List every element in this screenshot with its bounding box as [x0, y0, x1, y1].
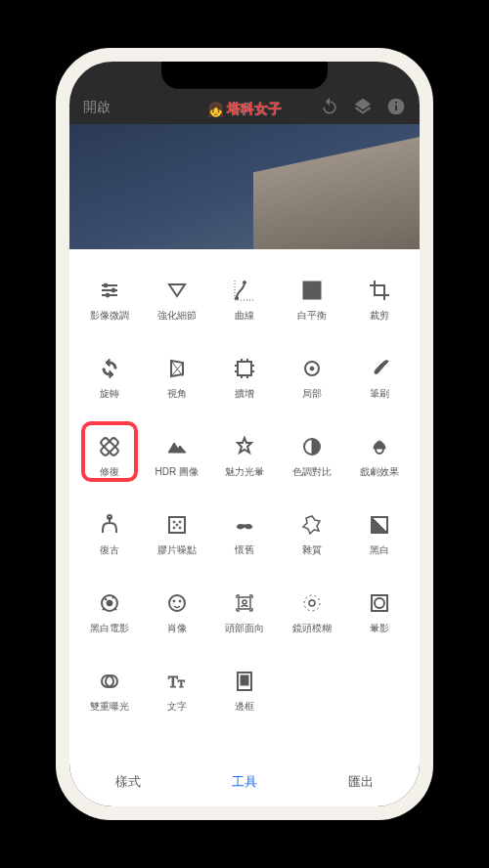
- svg-point-25: [107, 600, 112, 606]
- tool-label: 曲線: [235, 309, 254, 323]
- tool-label: 肖像: [167, 622, 187, 635]
- tool-vintage[interactable]: 復古: [75, 498, 143, 572]
- svg-point-19: [173, 521, 175, 523]
- svg-text:T: T: [178, 677, 185, 689]
- vintage-icon: [97, 512, 122, 538]
- watermark: 👧 塔科女子: [207, 101, 282, 118]
- layers-icon[interactable]: [353, 97, 373, 116]
- tool-wb[interactable]: WB白平衡: [279, 263, 346, 337]
- tool-face[interactable]: 肖像: [143, 576, 210, 650]
- svg-text:T: T: [168, 673, 178, 690]
- top-icons: [320, 97, 406, 116]
- tool-tonal[interactable]: 色調對比: [279, 419, 346, 494]
- tool-label: 文字: [167, 700, 187, 714]
- tool-curves[interactable]: 曲線: [210, 263, 278, 337]
- tool-label: 暈影: [370, 622, 389, 635]
- tool-label: 雙重曝光: [90, 700, 129, 714]
- tool-tune[interactable]: 影像微調: [75, 263, 143, 337]
- tool-triangle-down[interactable]: 強化細節: [143, 263, 210, 337]
- grunge-icon: [299, 512, 325, 538]
- tool-double[interactable]: 雙重曝光: [75, 654, 143, 728]
- phone-frame: 開啟 👧 塔科女子 影像微調強化細節曲線WB白平衡裁剪旋轉視角擴增: [56, 48, 433, 820]
- building-shape: [253, 135, 420, 249]
- svg-point-4: [111, 288, 115, 292]
- face-icon: [164, 590, 190, 616]
- watermark-icon: 👧: [207, 102, 224, 117]
- svg-point-31: [304, 595, 320, 611]
- tool-label: 邊框: [235, 700, 254, 714]
- rotate-icon: [97, 356, 122, 381]
- tab-export[interactable]: 匯出: [348, 773, 374, 791]
- frame-icon: [232, 669, 257, 694]
- tool-label: 裁剪: [370, 309, 389, 323]
- svg-text:W: W: [306, 283, 313, 290]
- tool-heal[interactable]: 修復: [75, 419, 143, 494]
- tool-label: 鏡頭模糊: [292, 622, 332, 635]
- tab-tools[interactable]: 工具: [232, 773, 257, 791]
- tonal-icon: [299, 434, 325, 459]
- tool-label: 旋轉: [100, 387, 119, 401]
- watermark-text: 塔科女子: [227, 101, 282, 118]
- svg-rect-29: [239, 597, 250, 609]
- tool-label: 色調對比: [292, 465, 332, 479]
- tool-text[interactable]: TT文字: [143, 654, 210, 728]
- tool-label: HDR 圖像: [156, 465, 199, 479]
- tool-label: 影像微調: [90, 309, 129, 323]
- tool-label: 筆刷: [370, 387, 389, 401]
- tool-drama[interactable]: 戲劇效果: [346, 419, 414, 494]
- tool-mountain[interactable]: HDR 圖像: [143, 419, 210, 494]
- tool-label: 視角: [167, 387, 187, 401]
- tools-panel: 影像微調強化細節曲線WB白平衡裁剪旋轉視角擴增局部筆刷修復HDR 圖像魅力光暈色…: [69, 249, 420, 806]
- tool-grunge[interactable]: 雜質: [279, 498, 346, 572]
- tool-grainy[interactable]: 膠片噪點: [143, 498, 210, 572]
- drama-icon: [367, 434, 392, 459]
- tool-noir[interactable]: 黑白電影: [75, 576, 143, 650]
- svg-point-5: [106, 293, 110, 297]
- wb-icon: WB: [299, 278, 325, 303]
- headpose-icon: [232, 590, 257, 616]
- tool-lensblur[interactable]: 鏡頭模糊: [279, 576, 346, 650]
- svg-text:B: B: [313, 292, 318, 299]
- tool-perspective[interactable]: 視角: [143, 341, 210, 415]
- tool-crop[interactable]: 裁剪: [346, 263, 414, 337]
- tool-rotate[interactable]: 旋轉: [75, 341, 143, 415]
- curves-icon: [232, 278, 257, 303]
- svg-rect-40: [241, 675, 248, 685]
- grainy-icon: [164, 512, 190, 538]
- expand-icon: [232, 356, 257, 381]
- image-preview[interactable]: [69, 124, 420, 249]
- tool-vignette[interactable]: 暈影: [346, 576, 414, 650]
- info-icon[interactable]: [386, 97, 406, 116]
- svg-point-20: [179, 521, 181, 523]
- bw-icon: [367, 512, 392, 538]
- tool-label: 局部: [302, 387, 322, 401]
- screen: 開啟 👧 塔科女子 影像微調強化細節曲線WB白平衡裁剪旋轉視角擴增: [69, 62, 420, 806]
- noir-icon: [97, 590, 122, 616]
- tool-label: 黑白: [370, 543, 389, 557]
- svg-point-23: [176, 524, 178, 526]
- tool-expand[interactable]: 擴增: [210, 341, 278, 415]
- highlight-box: [81, 421, 138, 482]
- lensblur-icon: [299, 590, 325, 616]
- tool-brush[interactable]: 筆刷: [346, 341, 414, 415]
- redo-icon[interactable]: [320, 97, 339, 116]
- crop-icon: [367, 278, 392, 303]
- tab-styles[interactable]: 樣式: [115, 773, 141, 791]
- tool-headpose[interactable]: 頭部面向: [210, 576, 278, 650]
- svg-point-2: [395, 102, 397, 104]
- perspective-icon: [164, 356, 190, 381]
- tool-glamour[interactable]: 魅力光暈: [210, 419, 278, 494]
- tool-label: 白平衡: [297, 309, 327, 323]
- open-button[interactable]: 開啟: [83, 99, 111, 116]
- tool-frame[interactable]: 邊框: [210, 654, 278, 728]
- tune-icon: [97, 278, 122, 303]
- target-icon: [299, 356, 325, 381]
- svg-point-26: [169, 595, 185, 611]
- tool-target[interactable]: 局部: [279, 341, 346, 415]
- tool-label: 雜質: [302, 543, 322, 557]
- tool-bw[interactable]: 黑白: [346, 498, 414, 572]
- tool-mustache[interactable]: 懷舊: [210, 498, 278, 572]
- mustache-icon: [232, 512, 257, 538]
- tool-grid: 影像微調強化細節曲線WB白平衡裁剪旋轉視角擴增局部筆刷修復HDR 圖像魅力光暈色…: [69, 249, 420, 756]
- svg-point-32: [309, 600, 315, 606]
